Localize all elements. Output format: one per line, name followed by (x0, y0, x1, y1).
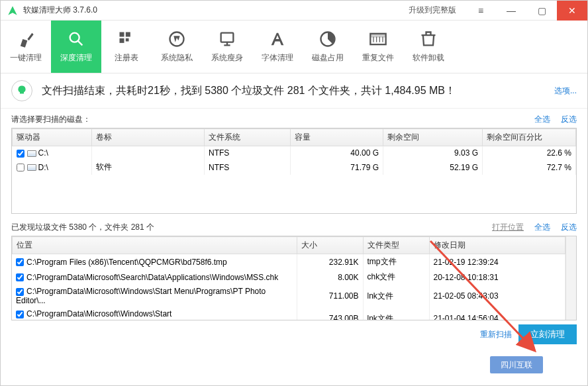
drive-icon (27, 150, 36, 157)
file-row[interactable]: C:\ProgramData\Microsoft\Windows\Start M… (12, 285, 565, 307)
file-row[interactable]: C:\Program Files (x86)\Tencent\QQPCMGR\b… (12, 254, 565, 269)
tab-privacy[interactable]: 系统隐私 (152, 21, 202, 73)
svg-rect-1 (120, 32, 124, 37)
disk-checkbox[interactable] (17, 164, 24, 171)
disk-row[interactable]: D:\软件NTFS71.79 G52.19 G72.7 % (13, 160, 576, 175)
disk-row[interactable]: C:\NTFS40.00 G9.03 G22.6 % (13, 146, 576, 160)
bulb-icon (11, 80, 32, 101)
rescan-link[interactable]: 重新扫描 (480, 329, 512, 340)
file-checkbox[interactable] (16, 258, 24, 266)
files-scrollbar[interactable] (565, 236, 576, 320)
scan-status-bar: 文件扫描结束，共耗时21秒，找到 5380 个垃圾文件 281 个文件夹，共计 … (1, 73, 587, 109)
minimize-button[interactable]: — (496, 1, 526, 21)
close-button[interactable]: ✕ (557, 1, 587, 21)
app-title: 软媒清理大师 3.7.6.0 (23, 5, 409, 16)
disk-checkbox[interactable] (17, 150, 24, 158)
svg-rect-2 (126, 32, 130, 37)
watermark: 四川互联 (490, 356, 543, 373)
file-checkbox[interactable] (16, 273, 24, 281)
file-checkbox[interactable] (16, 311, 24, 318)
disk-section-header: 请选择要扫描的磁盘： 全选 反选 (1, 109, 587, 128)
files-invert-select[interactable]: 反选 (561, 222, 577, 233)
svg-rect-3 (120, 38, 124, 43)
disk-table-header[interactable]: 驱动器 卷标 文件系统 容量 剩余空间 剩余空间百分比 (13, 129, 576, 146)
upgrade-link[interactable]: 升级到完整版 (409, 5, 456, 16)
files-section-header: 已发现垃圾文件 5380 个，文件夹 281 个 打开位置 全选 反选 (1, 214, 587, 236)
files-table: 位置 大小 文件类型 修改日期 C:\Program Files (x86)\T… (11, 236, 577, 320)
disk-table: 驱动器 卷标 文件系统 容量 剩余空间 剩余空间百分比 C:\NTFS40.00… (11, 128, 577, 214)
file-row[interactable]: C:\ProgramData\Microsoft\Search\Data\App… (12, 269, 565, 285)
files-select-all[interactable]: 全选 (534, 222, 550, 233)
tab-disk[interactable]: 磁盘占用 (303, 21, 353, 73)
file-checkbox[interactable] (16, 288, 24, 296)
scan-status-text: 文件扫描结束，共耗时21秒，找到 5380 个垃圾文件 281 个文件夹，共计 … (42, 84, 554, 98)
titlebar: 软媒清理大师 3.7.6.0 升级到完整版 ≡ — ▢ ✕ (1, 1, 587, 21)
disk-select-all[interactable]: 全选 (534, 114, 550, 125)
main-toolbar: 一键清理 深度清理 注册表 系统隐私 系统瘦身 字体清理 磁盘占用 重复文件 软… (1, 21, 587, 73)
app-icon (6, 4, 19, 17)
tab-duplicate[interactable]: 重复文件 (353, 21, 403, 73)
options-link[interactable]: 选项... (554, 85, 577, 97)
svg-rect-6 (221, 33, 234, 42)
svg-point-5 (170, 32, 184, 46)
tab-font[interactable]: 字体清理 (252, 21, 303, 73)
tab-registry[interactable]: 注册表 (101, 21, 152, 73)
tab-deep-clean[interactable]: 深度清理 (51, 21, 101, 73)
open-location-link[interactable]: 打开位置 (492, 222, 524, 233)
svg-rect-4 (126, 38, 129, 42)
tab-quick-clean[interactable]: 一键清理 (1, 21, 51, 73)
clean-now-button[interactable]: 立刻清理 (518, 324, 577, 344)
file-row[interactable]: C:\ProgramData\Microsoft\Windows\Start M… (12, 307, 565, 320)
tab-slim[interactable]: 系统瘦身 (202, 21, 252, 73)
disk-invert-select[interactable]: 反选 (561, 114, 577, 125)
files-table-header[interactable]: 位置 大小 文件类型 修改日期 (13, 237, 565, 254)
tab-uninstall[interactable]: 软件卸载 (403, 21, 454, 73)
footer-actions: 重新扫描 立刻清理 (1, 320, 587, 352)
maximize-button[interactable]: ▢ (526, 1, 557, 21)
menu-button[interactable]: ≡ (466, 1, 496, 21)
drive-icon (27, 164, 36, 171)
